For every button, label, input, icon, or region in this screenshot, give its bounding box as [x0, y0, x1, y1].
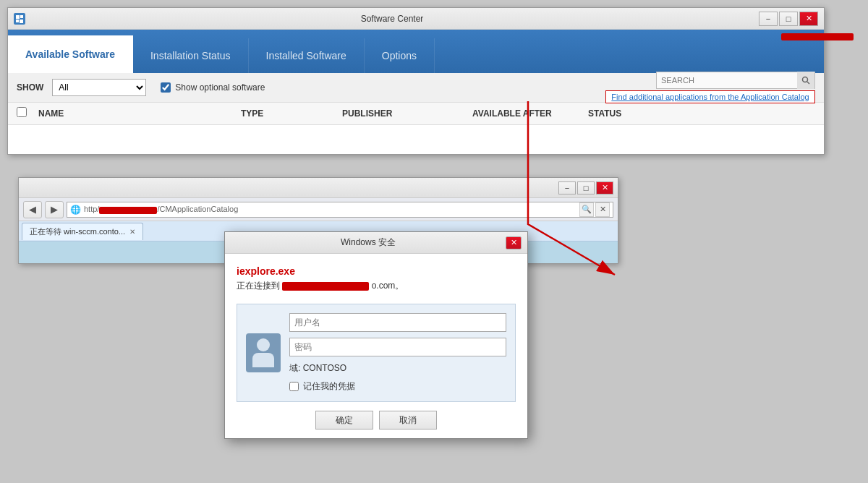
svg-rect-3 — [20, 20, 23, 23]
dialog-connecting: 正在连接到 xxxxxxxxxxxx o.com。 — [237, 280, 516, 292]
select-all-checkbox[interactable] — [17, 107, 27, 117]
avatar-head — [257, 338, 270, 351]
address-x-button[interactable]: ✕ — [595, 202, 610, 217]
table-body — [8, 125, 824, 154]
fields-area: 域: CONTOSO 记住我的凭据 — [289, 313, 506, 393]
software-center-window: Software Center − □ ✕ Available Software… — [7, 7, 825, 155]
table-header: NAME TYPE PUBLISHER AVAILABLE AFTER STAT… — [8, 103, 824, 125]
dialog-close-button[interactable]: ✕ — [506, 236, 522, 249]
username-input[interactable] — [289, 313, 506, 332]
tab-available-software[interactable]: Available Software — [8, 35, 133, 73]
search-area: Find additional applications from the Ap… — [605, 72, 815, 103]
select-all-col — [17, 107, 38, 120]
connecting-redacted: xxxxxxxxxxxx — [282, 282, 369, 291]
svg-line-5 — [807, 82, 809, 84]
title-bar: Software Center − □ ✕ — [8, 8, 824, 30]
svg-rect-2 — [16, 20, 19, 22]
show-label: SHOW — [17, 82, 43, 93]
browser-tab-1[interactable]: 正在等待 win-sccm.conto... ✕ — [22, 223, 143, 240]
address-bar: 🌐 http//CMApplicationCatalog 🔍 ✕ — [67, 202, 613, 218]
remember-row: 记住我的凭据 — [289, 380, 506, 393]
svg-point-4 — [803, 77, 808, 82]
browser-title-bar: − □ ✕ — [19, 178, 618, 198]
window-title: Software Center — [25, 14, 759, 24]
browser-minimize-button[interactable]: − — [558, 181, 576, 195]
toolbar: SHOW All Required Optional Show optional… — [8, 73, 824, 103]
minimize-button[interactable]: − — [759, 12, 778, 26]
refresh-button[interactable]: 🔍 — [579, 202, 594, 217]
browser-forward-button[interactable]: ▶ — [45, 201, 64, 218]
username-redacted — [781, 33, 854, 40]
tab-installation-status[interactable]: Installation Status — [133, 38, 249, 73]
nav-area: Available Software Installation Status I… — [8, 30, 824, 73]
optional-label: Show optional software — [175, 82, 265, 93]
optional-checkbox[interactable] — [161, 82, 171, 93]
domain-label: 域: CONTOSO — [289, 362, 506, 375]
browser-nav-bar: ◀ ▶ 🌐 http//CMApplicationCatalog 🔍 ✕ — [19, 198, 618, 221]
catalog-link[interactable]: Find additional applications from the Ap… — [605, 90, 815, 103]
search-input-wrapper — [656, 72, 815, 89]
svg-rect-1 — [20, 15, 23, 18]
tab-installed-software[interactable]: Installed Software — [249, 38, 365, 73]
maximize-button[interactable]: □ — [779, 12, 798, 26]
col-header-type[interactable]: TYPE — [241, 108, 342, 119]
dialog-title: Windows 安全 — [231, 236, 506, 249]
col-header-status[interactable]: STATUS — [588, 108, 815, 119]
close-button[interactable]: ✕ — [799, 12, 818, 26]
search-input[interactable] — [657, 76, 797, 85]
col-header-publisher[interactable]: PUBLISHER — [342, 108, 472, 119]
col-header-name[interactable]: NAME — [38, 108, 241, 119]
dialog-body: iexplore.exe 正在连接到 xxxxxxxxxxxx o.com。 域… — [225, 254, 527, 438]
password-input[interactable] — [289, 338, 506, 356]
app-icon — [14, 13, 25, 25]
remember-label: 记住我的凭据 — [303, 380, 355, 393]
tab-options[interactable]: Options — [365, 38, 435, 73]
dialog-app-name: iexplore.exe — [237, 265, 516, 277]
browser-tab-1-close[interactable]: ✕ — [129, 228, 135, 236]
cancel-button[interactable]: 取消 — [379, 411, 437, 429]
address-actions: 🔍 ✕ — [579, 202, 610, 217]
security-dialog: Windows 安全 ✕ iexplore.exe 正在连接到 xxxxxxxx… — [224, 231, 528, 439]
ok-button[interactable]: 确定 — [315, 411, 373, 429]
browser-close-button[interactable]: ✕ — [596, 181, 613, 195]
svg-rect-0 — [16, 15, 20, 19]
avatar-icon — [246, 333, 281, 372]
optional-checkbox-area: Show optional software — [161, 82, 265, 93]
browser-tab-1-label: 正在等待 win-sccm.conto... — [30, 226, 125, 237]
show-select[interactable]: All Required Optional — [52, 79, 146, 96]
browser-back-button[interactable]: ◀ — [23, 201, 42, 218]
window-controls: − □ ✕ — [759, 12, 818, 26]
avatar-area — [246, 313, 281, 393]
remember-checkbox[interactable] — [289, 382, 299, 391]
credentials-area: 域: CONTOSO 记住我的凭据 — [237, 304, 516, 402]
col-header-available[interactable]: AVAILABLE AFTER — [472, 108, 588, 119]
search-button[interactable] — [797, 72, 814, 89]
address-text: http//CMApplicationCatalog — [84, 205, 579, 213]
dialog-buttons: 确定 取消 — [237, 411, 516, 429]
address-security-icon: 🌐 — [70, 205, 81, 215]
dialog-title-bar: Windows 安全 ✕ — [225, 232, 527, 254]
browser-maximize-button[interactable]: □ — [577, 181, 595, 195]
avatar-body — [252, 353, 274, 367]
